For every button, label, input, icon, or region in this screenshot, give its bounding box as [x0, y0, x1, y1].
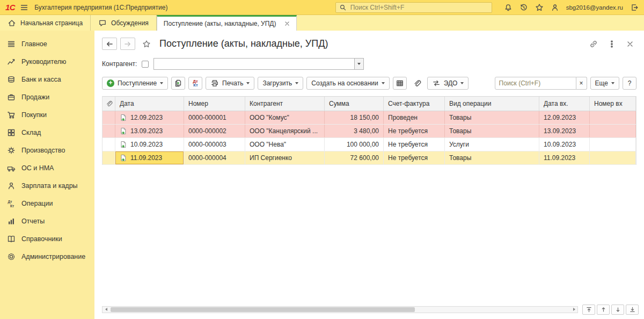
row-date-in-cell[interactable]: 10.09.2023 — [539, 138, 590, 151]
table-row[interactable]: 11.09.2023 0000-000004 ИП Сергиенко 72 6… — [103, 151, 636, 165]
tab-close-button[interactable] — [283, 20, 291, 27]
close-form-button[interactable] — [626, 40, 634, 48]
edo-button[interactable]: ЭДО — [427, 77, 469, 90]
row-attach-cell[interactable] — [103, 138, 115, 151]
column-number[interactable]: Номер — [184, 97, 245, 111]
create-receipt-button[interactable]: + Поступление — [102, 77, 168, 90]
load-button[interactable]: Загрузить — [258, 77, 303, 90]
row-invoice-cell[interactable]: Проведен — [384, 111, 445, 124]
go-to-list-end-button[interactable] — [626, 305, 639, 315]
row-date-in-cell[interactable]: 11.09.2023 — [539, 151, 590, 164]
page-down-button[interactable] — [611, 305, 624, 315]
logout-button[interactable] — [630, 3, 639, 12]
sidebar-item-manager[interactable]: Руководителю — [0, 53, 94, 70]
column-contragent[interactable]: Контрагент — [245, 97, 325, 111]
row-number-in-cell[interactable] — [590, 111, 636, 124]
row-sum-cell[interactable]: 3 480,00 — [325, 125, 384, 137]
row-sum-cell[interactable]: 18 150,00 — [325, 111, 384, 124]
row-contragent-cell[interactable]: ИП Сергиенко — [245, 151, 325, 164]
show-postings-button[interactable]: ДтКт — [188, 77, 202, 90]
sidebar-item-purchases[interactable]: Покупки — [0, 106, 94, 124]
horizontal-scrollbar[interactable] — [102, 306, 578, 313]
row-number-cell[interactable]: 0000-000003 — [184, 138, 245, 151]
tab-home[interactable]: Начальная страница — [0, 15, 91, 31]
row-operation-cell[interactable]: Товары — [445, 151, 539, 164]
row-invoice-cell[interactable]: Не требуется — [384, 125, 445, 137]
row-number-in-cell[interactable] — [590, 125, 636, 137]
row-attach-cell[interactable] — [103, 125, 115, 137]
row-sum-cell[interactable]: 100 000,00 — [325, 138, 384, 151]
sidebar-item-warehouse[interactable]: Склад — [0, 124, 94, 141]
go-to-list-top-button[interactable] — [582, 305, 595, 315]
user-email[interactable]: sbg2016@yandex.ru — [566, 4, 623, 11]
row-date-cell[interactable]: 11.09.2023 — [115, 151, 184, 164]
notifications-button[interactable] — [504, 3, 513, 12]
forward-button[interactable] — [120, 38, 135, 50]
sidebar-item-operations[interactable]: ДтКт Операции — [0, 194, 94, 212]
window-menu-button[interactable] — [608, 40, 616, 48]
row-date-cell[interactable]: 13.09.2023 — [115, 125, 184, 137]
print-button[interactable]: Печать — [206, 77, 254, 90]
more-button[interactable]: Еще — [590, 77, 619, 90]
document-register-button[interactable] — [393, 77, 407, 90]
create-based-on-button[interactable]: Создать на основании — [306, 77, 390, 90]
column-number-in[interactable]: Номер вх — [590, 97, 636, 111]
row-number-cell[interactable]: 0000-000004 — [184, 151, 245, 164]
table-row[interactable]: 12.09.2023 0000-000001 ООО "Комус" 18 15… — [103, 111, 636, 125]
scroll-thumb[interactable] — [111, 307, 415, 312]
user-menu-button[interactable] — [551, 3, 559, 12]
row-operation-cell[interactable]: Товары — [445, 111, 539, 124]
row-date-cell[interactable]: 12.09.2023 — [115, 111, 184, 124]
row-date-in-cell[interactable]: 13.09.2023 — [539, 125, 590, 137]
sidebar-item-administration[interactable]: Администрирование — [0, 248, 94, 265]
global-search-input[interactable] — [349, 3, 488, 12]
sidebar-item-fixed-assets[interactable]: ОС и НМА — [0, 159, 94, 177]
filter-checkbox[interactable] — [142, 61, 149, 68]
row-contragent-cell[interactable]: ООО "Комус" — [245, 111, 325, 124]
favorites-button[interactable] — [535, 3, 544, 12]
sidebar-item-production[interactable]: Производство — [0, 141, 94, 159]
back-button[interactable] — [102, 38, 117, 50]
main-menu-button[interactable] — [20, 3, 28, 12]
sidebar-item-sales[interactable]: Продажи — [0, 88, 94, 106]
row-invoice-cell[interactable]: Не требуется — [384, 151, 445, 164]
sidebar-item-bank[interactable]: Банк и касса — [0, 70, 94, 88]
column-attachments[interactable] — [103, 97, 115, 111]
column-date-in[interactable]: Дата вх. — [539, 97, 590, 111]
scroll-left-button[interactable] — [103, 307, 109, 313]
table-row[interactable]: 10.09.2023 0000-000003 ООО "Нева" 100 00… — [103, 138, 636, 151]
tab-receipts-active[interactable]: Поступление (акты, накладные, УПД) — [157, 15, 297, 31]
row-invoice-cell[interactable]: Не требуется — [384, 138, 445, 151]
row-contragent-cell[interactable]: ООО "Канцелярский ... — [245, 125, 325, 137]
column-invoice[interactable]: Счет-фактура — [384, 97, 445, 111]
scroll-right-button[interactable] — [570, 307, 577, 313]
column-operation[interactable]: Вид операции — [445, 97, 539, 111]
add-to-favorites-button[interactable] — [142, 40, 151, 48]
sidebar-item-references[interactable]: Справочники — [0, 230, 94, 248]
row-sum-cell[interactable]: 72 600,00 — [325, 151, 384, 164]
tab-discussions[interactable]: Обсуждения — [91, 15, 157, 31]
help-button[interactable]: ? — [623, 77, 636, 90]
page-up-button[interactable] — [597, 305, 610, 315]
row-number-cell[interactable]: 0000-000001 — [184, 111, 245, 124]
scroll-track[interactable] — [109, 307, 570, 313]
row-number-in-cell[interactable] — [590, 151, 636, 164]
sidebar-item-main[interactable]: Главное — [0, 35, 94, 53]
column-date[interactable]: Дата — [115, 97, 184, 111]
history-button[interactable] — [519, 3, 528, 12]
row-attach-cell[interactable] — [103, 151, 115, 164]
row-date-cell[interactable]: 10.09.2023 — [115, 138, 184, 151]
list-search-input[interactable] — [495, 77, 576, 90]
sidebar-item-hr[interactable]: Зарплата и кадры — [0, 177, 94, 194]
row-contragent-cell[interactable]: ООО "Нева" — [245, 138, 325, 151]
column-sum[interactable]: Сумма — [325, 97, 384, 111]
copy-button[interactable] — [171, 77, 185, 90]
contragent-dropdown-button[interactable] — [354, 58, 364, 70]
global-search[interactable] — [335, 2, 492, 13]
row-operation-cell[interactable]: Товары — [445, 125, 539, 137]
get-link-button[interactable] — [589, 40, 598, 48]
row-number-in-cell[interactable] — [590, 138, 636, 151]
contragent-input[interactable] — [153, 58, 354, 70]
row-attach-cell[interactable] — [103, 111, 115, 124]
sidebar-item-reports[interactable]: Отчеты — [0, 212, 94, 230]
